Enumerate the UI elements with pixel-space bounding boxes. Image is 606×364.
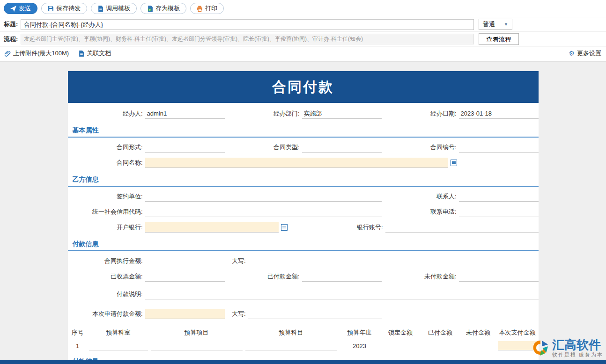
priority-value: 普通 [483, 20, 495, 29]
agent-row: 经办人: admin1 经办部门: 实施部 经办日期: 2023-01-18 [68, 106, 539, 121]
caps2-label: 大写: [225, 310, 248, 318]
upload-attachment-link[interactable]: 上传附件(最大100M) [5, 49, 69, 58]
cell-budget-year[interactable]: 2023 [339, 339, 381, 352]
priority-select[interactable]: 普通 ▼ [479, 19, 512, 30]
unpaid-input[interactable] [459, 271, 539, 282]
flow-row: 流程: 发起者部门主管(审批)、李颖(协同)、财务科-科主任(审批)、发起者部门… [0, 31, 606, 46]
save-as-template-button[interactable]: 存为模板 [140, 3, 186, 14]
gear-icon: ⚙ [569, 50, 575, 57]
pinwheel-logo-icon [532, 339, 549, 358]
date-label: 经办日期: [382, 109, 459, 118]
col-header-locked-amount: 锁定金额 [381, 325, 421, 339]
contract-no-input[interactable] [459, 142, 539, 153]
cell-seq: 1 [68, 339, 88, 352]
contract-name-row: 合同名称: [68, 155, 539, 170]
cell-this-payment-input[interactable] [498, 341, 537, 350]
contact-input[interactable] [459, 191, 539, 202]
col-header-unpaid-amount: 未付金额 [460, 325, 496, 339]
form-title-banner: 合同付款 [68, 71, 539, 103]
more-settings-link[interactable]: ⚙ 更多设置 [569, 49, 601, 58]
save-pending-button[interactable]: 保存待发 [41, 3, 87, 14]
paid-input[interactable] [302, 271, 382, 282]
contract-form-label: 合同形式: [68, 143, 145, 152]
note-input[interactable] [145, 289, 539, 299]
budget-table: 序号 预算科室 预算项目 预算科目 预算年度 锁定金额 已付金额 未付金额 本次… [68, 325, 539, 352]
dept-input[interactable]: 实施部 [302, 109, 382, 119]
view-flow-button[interactable]: 查看流程 [479, 33, 519, 45]
col-header-paid-amount: 已付金额 [421, 325, 460, 339]
exec-amount-row: 合同执行金额: 大写: [68, 253, 539, 269]
dept-label: 经办部门: [225, 109, 302, 118]
apply-amount-input[interactable] [145, 309, 225, 319]
credit-code-input[interactable] [145, 207, 382, 217]
title-input[interactable]: 合同付款-{合同名称}-{经办人} [21, 19, 474, 30]
account-input[interactable] [385, 222, 539, 233]
phone-label: 联系电话: [382, 208, 459, 216]
paid-label: 已付款金额: [225, 272, 302, 281]
select-list-icon[interactable] [451, 160, 457, 166]
cell-budget-office-input[interactable] [89, 341, 148, 350]
contract-no-label: 合同编号: [382, 143, 459, 152]
unpaid-label: 未付款金额: [382, 272, 459, 281]
phone-input[interactable] [459, 207, 539, 217]
select-list-icon[interactable] [281, 224, 288, 231]
print-label: 打印 [205, 4, 217, 13]
col-header-seq: 序号 [68, 325, 88, 339]
linked-doc-icon [78, 51, 84, 57]
budget-header-row: 序号 预算科室 预算项目 预算科目 预算年度 锁定金额 已付金额 未付金额 本次… [68, 325, 539, 339]
contract-name-input[interactable] [145, 158, 448, 168]
col-header-budget-subject: 预算科目 [244, 325, 339, 339]
section-result-title: 付款结果 [68, 354, 539, 360]
form-panel: 合同付款 经办人: admin1 经办部门: 实施部 经办日期: 2023-01… [68, 71, 539, 360]
flow-input[interactable]: 发起者部门主管(审批)、李颖(协同)、财务科-科主任(审批)、发起者部门分管领导… [21, 34, 474, 44]
save-as-template-label: 存为模板 [155, 4, 180, 13]
send-label: 发送 [19, 4, 31, 13]
contract-type-input[interactable] [302, 142, 382, 153]
print-button[interactable]: 打印 [190, 3, 224, 14]
cell-paid-amount[interactable] [421, 339, 460, 352]
title-row: 标题: 合同付款-{合同名称}-{经办人} 普通 ▼ [0, 17, 606, 31]
vendor-logo: 汇高软件 软件是根 服务为本 [532, 339, 603, 358]
caps-input[interactable] [248, 256, 382, 266]
bank-label: 开户银行: [68, 223, 145, 232]
send-button[interactable]: 发送 [4, 3, 37, 14]
section-basic-title: 基本属性 [68, 123, 539, 138]
exec-amount-input[interactable] [145, 256, 225, 266]
save-pending-label: 保存待发 [56, 4, 81, 13]
col-header-this-payment: 本次支付金额 [496, 325, 539, 339]
col-header-budget-year: 预算年度 [339, 325, 381, 339]
title-label: 标题: [4, 20, 21, 29]
contract-meta-row: 合同形式: 合同类型: 合同编号: [68, 139, 539, 155]
upload-attachment-label: 上传附件(最大100M) [13, 49, 69, 58]
bank-input[interactable] [145, 222, 279, 233]
contract-name-label: 合同名称: [68, 159, 145, 167]
invoiced-label: 已收票金额: [68, 272, 145, 281]
caps2-input[interactable] [248, 309, 382, 319]
vendor-name: 汇高软件 [552, 339, 603, 351]
date-input[interactable]: 2023-01-18 [459, 109, 539, 119]
call-template-label: 调用模板 [106, 4, 130, 13]
template-doc-icon [97, 6, 103, 12]
agent-input[interactable]: admin1 [145, 109, 225, 119]
cell-budget-subject-input[interactable] [245, 341, 337, 350]
amounts-row: 已收票金额: 已付款金额: 未付款金额: [68, 269, 539, 284]
paper-plane-icon [10, 6, 16, 12]
cell-unpaid-amount[interactable] [460, 339, 496, 352]
account-label: 银行账号: [316, 223, 385, 232]
form-body: 经办人: admin1 经办部门: 实施部 经办日期: 2023-01-18 基… [68, 103, 539, 360]
call-template-button[interactable]: 调用模板 [91, 3, 137, 14]
apply-amount-label: 本次申请付款金额: [68, 310, 145, 318]
section-party-b-title: 乙方信息 [68, 172, 539, 187]
sign-unit-input[interactable] [145, 191, 382, 202]
note-row: 付款说明: [68, 284, 539, 305]
related-docs-link[interactable]: 关联文档 [78, 49, 111, 58]
note-label: 付款说明: [68, 290, 145, 298]
bottom-bar [0, 360, 606, 364]
sign-unit-row: 签约单位: 联系人: [68, 189, 539, 204]
cell-budget-project-input[interactable] [151, 341, 243, 350]
col-header-budget-office: 预算科室 [88, 325, 149, 339]
contract-form-input[interactable] [145, 142, 225, 153]
cell-locked-amount[interactable] [381, 339, 421, 352]
invoiced-input[interactable] [145, 271, 225, 282]
vendor-slogan: 软件是根 服务为本 [552, 351, 603, 358]
